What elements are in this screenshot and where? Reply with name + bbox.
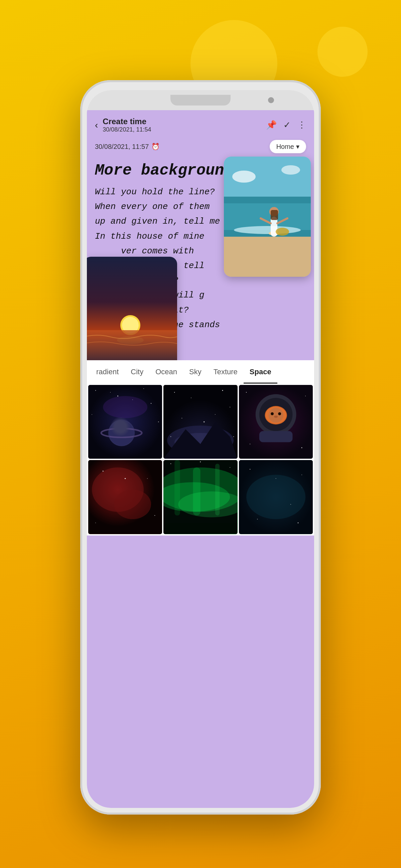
- svg-point-27: [110, 392, 111, 392]
- svg-point-21: [95, 390, 96, 391]
- svg-point-85: [275, 478, 276, 479]
- location-badge[interactable]: Home ▾: [270, 140, 306, 153]
- svg-point-37: [191, 398, 192, 398]
- phone-inner: ‹ Create time 30/08/2021, 11:54 📌 ✓ ⋮ 30…: [87, 90, 314, 808]
- svg-point-66: [95, 523, 96, 524]
- svg-point-65: [154, 515, 155, 516]
- check-icon[interactable]: ✓: [283, 120, 291, 130]
- svg-point-24: [151, 403, 151, 404]
- phone-top-bar: [87, 90, 314, 110]
- grid-item-space-milkyway[interactable]: [164, 385, 237, 459]
- svg-point-67: [125, 478, 126, 479]
- tab-sky[interactable]: Sky: [183, 360, 207, 383]
- grid-item-space-planet[interactable]: [88, 385, 162, 459]
- svg-point-23: [143, 388, 144, 389]
- header-bar: ‹ Create time 30/08/2021, 11:54 📌 ✓ ⋮: [87, 110, 314, 136]
- svg-point-84: [297, 523, 298, 524]
- note-body: More background Will you hold the line? …: [87, 157, 314, 357]
- phone-frame: ‹ Create time 30/08/2021, 11:54 📌 ✓ ⋮ 30…: [80, 80, 321, 814]
- svg-point-57: [305, 396, 306, 396]
- svg-point-40: [182, 417, 182, 418]
- svg-point-42: [170, 436, 171, 437]
- svg-point-44: [203, 421, 204, 422]
- svg-rect-55: [259, 431, 293, 442]
- svg-point-29: [103, 396, 147, 418]
- tab-space[interactable]: Space: [244, 360, 277, 383]
- note-datetime: 30/08/2021, 11:57 ⏰: [95, 143, 160, 151]
- header-left: ‹ Create time 30/08/2021, 11:54: [95, 117, 151, 133]
- svg-point-82: [302, 475, 302, 475]
- svg-point-10: [276, 228, 289, 236]
- grid-item-space-dark[interactable]: [239, 460, 313, 534]
- svg-rect-78: [164, 523, 237, 534]
- sunset-image: [87, 257, 177, 370]
- svg-point-62: [114, 490, 151, 520]
- svg-point-76: [230, 467, 231, 468]
- svg-rect-73: [193, 467, 200, 516]
- svg-rect-74: [215, 464, 220, 516]
- svg-rect-72: [175, 460, 180, 516]
- datetime-text: 30/08/2021, 11:57: [95, 143, 149, 151]
- note-meta-row: 30/08/2021, 11:57 ⏰ Home ▾: [87, 136, 314, 157]
- svg-point-36: [174, 392, 175, 393]
- bg-decoration-circle-2: [317, 27, 368, 77]
- header-title-main: Create time: [103, 117, 151, 126]
- svg-point-77: [200, 462, 201, 463]
- phone-notch: [170, 95, 231, 105]
- image-grid: [87, 383, 314, 535]
- svg-point-63: [103, 471, 104, 472]
- svg-point-38: [222, 390, 223, 391]
- category-tabs: radient City Ocean Sky Texture Space: [87, 360, 314, 383]
- grid-item-space-aurora[interactable]: [164, 460, 237, 534]
- svg-point-26: [158, 422, 159, 422]
- svg-point-41: [215, 414, 216, 415]
- svg-point-13: [232, 170, 256, 183]
- svg-point-4: [234, 226, 301, 234]
- svg-point-80: [246, 475, 306, 520]
- grid-item-space-nebula[interactable]: [88, 460, 162, 534]
- svg-point-52: [271, 412, 274, 415]
- svg-point-14: [281, 165, 300, 175]
- app-content: ‹ Create time 30/08/2021, 11:54 📌 ✓ ⋮ 30…: [87, 110, 314, 808]
- tab-city[interactable]: City: [125, 360, 149, 383]
- beach-image: [224, 157, 311, 277]
- alarm-icon[interactable]: ⏰: [151, 143, 160, 151]
- pin-icon[interactable]: 📌: [266, 120, 277, 130]
- svg-point-64: [147, 478, 148, 479]
- back-button[interactable]: ‹: [95, 120, 98, 130]
- header-title-subtitle: 30/08/2021, 11:54: [103, 126, 151, 133]
- more-options-icon[interactable]: ⋮: [297, 120, 306, 130]
- tab-ocean[interactable]: Ocean: [149, 360, 183, 383]
- svg-point-54: [274, 416, 278, 418]
- svg-rect-9: [271, 210, 278, 220]
- svg-point-22: [117, 396, 118, 397]
- tab-gradient[interactable]: radient: [90, 360, 125, 383]
- phone-camera: [268, 97, 274, 103]
- header-title-group: Create time 30/08/2021, 11:54: [103, 117, 151, 133]
- location-label: Home: [276, 143, 294, 151]
- header-icons: 📌 ✓ ⋮: [266, 120, 306, 130]
- svg-point-58: [250, 444, 250, 444]
- svg-point-53: [278, 412, 281, 415]
- svg-point-39: [230, 407, 231, 408]
- svg-point-59: [301, 447, 302, 448]
- svg-point-25: [91, 414, 92, 415]
- svg-point-81: [250, 469, 250, 470]
- svg-point-51: [268, 408, 283, 423]
- svg-point-43: [234, 436, 234, 437]
- svg-point-86: [290, 504, 291, 505]
- grid-item-space-astronaut[interactable]: [239, 385, 313, 459]
- location-chevron-icon: ▾: [296, 143, 299, 151]
- tab-texture[interactable]: Texture: [207, 360, 244, 383]
- svg-rect-5: [224, 237, 311, 277]
- svg-point-56: [246, 392, 247, 393]
- svg-point-75: [170, 463, 171, 464]
- svg-point-83: [257, 519, 258, 520]
